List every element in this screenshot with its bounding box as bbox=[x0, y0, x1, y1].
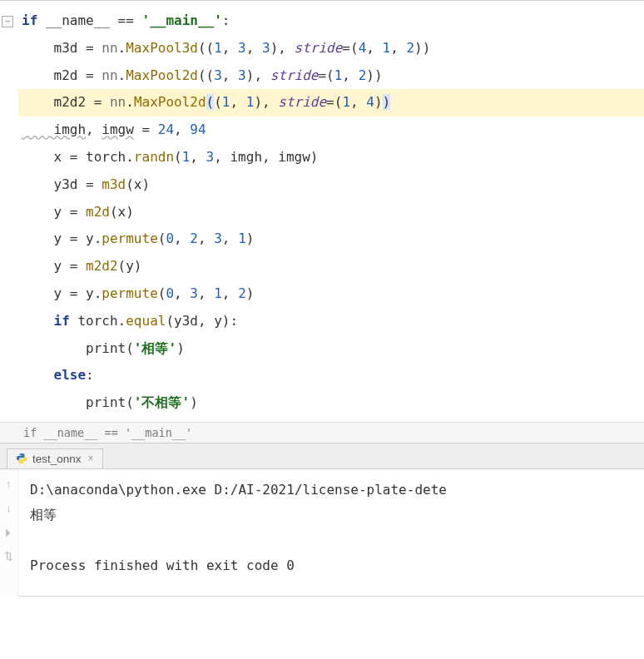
keyword-if: if bbox=[22, 12, 46, 28]
punct: =( bbox=[326, 94, 342, 110]
param-name: stride bbox=[270, 67, 319, 83]
call: permute bbox=[102, 285, 157, 301]
text: m3d = bbox=[22, 40, 102, 56]
code-line[interactable]: m3d = nn.MaxPool3d((1, 3, 3), stride=(4,… bbox=[18, 35, 644, 62]
punct: =( bbox=[318, 67, 334, 83]
text: torch. bbox=[70, 313, 126, 329]
number: 3 bbox=[214, 230, 222, 246]
punct: , bbox=[222, 285, 238, 301]
paren: ( bbox=[214, 94, 222, 110]
identifier: imgw bbox=[102, 121, 134, 137]
string-literal: '__main__' bbox=[142, 12, 222, 28]
console-tabbar: test_onnx × bbox=[0, 443, 644, 469]
number: 1 bbox=[238, 230, 246, 246]
paren: ) bbox=[176, 340, 185, 356]
number: 1 bbox=[383, 40, 391, 56]
code-line[interactable]: if __name__ == '__main__': bbox=[18, 7, 644, 35]
number: 3 bbox=[238, 40, 246, 56]
console-tab-label: test_onnx bbox=[32, 453, 82, 465]
breadcrumb[interactable]: if __name__ == '__main__' bbox=[0, 422, 644, 443]
number: 1 bbox=[246, 94, 255, 110]
call: MaxPool2d bbox=[126, 67, 198, 83]
number: 2 bbox=[190, 230, 198, 246]
text: x = torch. bbox=[22, 149, 134, 165]
number: 1 bbox=[214, 285, 222, 301]
punct: ), bbox=[246, 67, 270, 83]
punct: , bbox=[222, 230, 238, 246]
close-icon[interactable]: × bbox=[87, 453, 94, 464]
console-tab[interactable]: test_onnx × bbox=[7, 448, 103, 468]
punct: . bbox=[126, 94, 134, 110]
number: 2 bbox=[238, 285, 246, 301]
text: y = bbox=[22, 258, 86, 274]
paren-match: ) bbox=[383, 94, 391, 110]
module: nn bbox=[110, 94, 126, 110]
text: y3d = bbox=[22, 176, 102, 192]
code-editor[interactable]: − if __name__ == '__main__': m3d = nn.Ma… bbox=[0, 0, 644, 422]
play-icon[interactable]: ⏵ bbox=[3, 526, 14, 538]
punct: , bbox=[222, 40, 238, 56]
code-line[interactable]: else: bbox=[18, 362, 644, 389]
paren: )) bbox=[414, 40, 430, 56]
paren: ( bbox=[158, 285, 166, 301]
punct: , bbox=[390, 40, 406, 56]
code-line[interactable]: imgh, imgw = 24, 94 bbox=[18, 116, 644, 144]
punct: =( bbox=[342, 40, 358, 56]
punct: . bbox=[118, 67, 126, 83]
paren: (y) bbox=[118, 258, 142, 274]
code-line[interactable]: if torch.equal(y3d, y): bbox=[18, 308, 644, 335]
call: m2d2 bbox=[86, 258, 118, 274]
punct: . bbox=[118, 40, 126, 56]
code-line[interactable]: y3d = m3d(x) bbox=[18, 171, 644, 199]
text: y = y. bbox=[22, 230, 102, 246]
code-line[interactable]: x = torch.randn(1, 3, imgh, imgw) bbox=[18, 144, 644, 171]
number: 24 bbox=[158, 121, 174, 137]
number: 1 bbox=[182, 149, 191, 165]
text bbox=[22, 313, 54, 329]
paren: ) bbox=[374, 94, 383, 110]
arrow-up-icon[interactable]: ↑ bbox=[6, 478, 12, 490]
call: MaxPool3d bbox=[126, 40, 198, 56]
punct: , bbox=[190, 149, 206, 165]
call: permute bbox=[102, 230, 157, 246]
code-line[interactable]: print('相等') bbox=[18, 335, 644, 363]
console-gutter: ↑ ↓ ⏵ ⇅ bbox=[0, 469, 18, 597]
punct: , bbox=[246, 40, 262, 56]
fold-icon[interactable]: − bbox=[2, 16, 13, 27]
punct: , bbox=[198, 285, 214, 301]
number: 94 bbox=[190, 121, 206, 137]
paren: (( bbox=[198, 67, 214, 83]
number: 0 bbox=[166, 230, 174, 246]
call: m3d bbox=[102, 176, 126, 192]
module: nn bbox=[102, 67, 117, 83]
paren: (y3d, y): bbox=[166, 313, 238, 329]
number: 0 bbox=[166, 285, 174, 301]
code-line[interactable]: y = m2d(x) bbox=[18, 199, 644, 226]
number: 3 bbox=[190, 285, 198, 301]
number: 3 bbox=[214, 67, 222, 83]
arrow-down-icon[interactable]: ↓ bbox=[6, 502, 12, 514]
console-output[interactable]: D:\anaconda\python.exe D:/AI-2021/licens… bbox=[18, 469, 644, 597]
code-line[interactable]: y = y.permute(0, 2, 3, 1) bbox=[18, 225, 644, 253]
code-line-highlighted[interactable]: m2d2 = nn.MaxPool2d((1, 1), stride=(1, 4… bbox=[18, 89, 644, 116]
number: 1 bbox=[214, 40, 222, 56]
string-literal: '不相等' bbox=[134, 394, 190, 410]
paren-match: ( bbox=[206, 94, 215, 110]
text: print( bbox=[22, 394, 134, 410]
call: equal bbox=[126, 313, 166, 329]
code-line[interactable]: y = y.permute(0, 3, 1, 2) bbox=[18, 280, 644, 308]
code-line[interactable]: print('不相等') bbox=[18, 389, 644, 417]
call: MaxPool2d bbox=[134, 94, 206, 110]
console-line: Process finished with exit code 0 bbox=[30, 557, 295, 573]
punct: , bbox=[342, 67, 358, 83]
call: m2d bbox=[86, 204, 110, 220]
keyword-if: if bbox=[54, 313, 70, 329]
code-line[interactable]: m2d = nn.MaxPool2d((3, 3), stride=(1, 2)… bbox=[18, 62, 644, 90]
paren: ) bbox=[246, 285, 255, 301]
code-line[interactable]: y = m2d2(y) bbox=[18, 253, 644, 280]
swap-icon[interactable]: ⇅ bbox=[4, 550, 13, 562]
code-area[interactable]: if __name__ == '__main__': m3d = nn.MaxP… bbox=[18, 7, 644, 417]
console-command: D:\anaconda\python.exe D:/AI-2021/licens… bbox=[30, 482, 447, 498]
text: y = y. bbox=[22, 285, 102, 301]
number: 4 bbox=[359, 40, 367, 56]
